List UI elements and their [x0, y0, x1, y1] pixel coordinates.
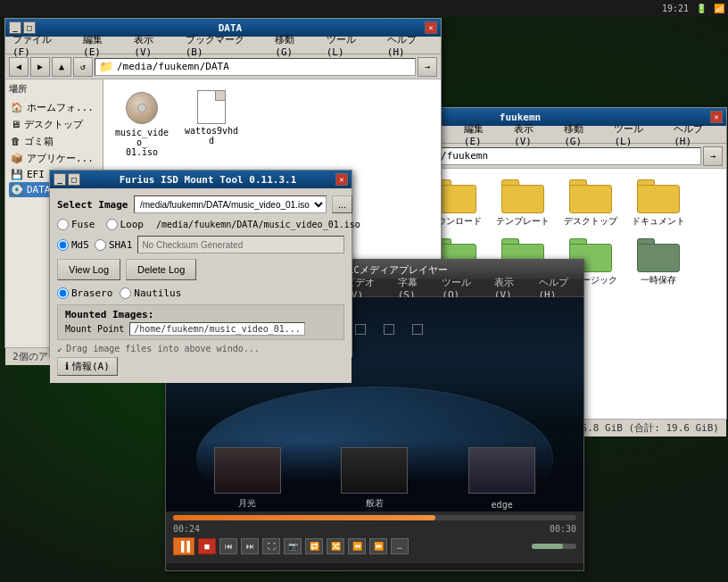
sha1-radio[interactable]: SHA1 — [95, 239, 133, 251]
refresh-button[interactable]: ↺ — [73, 57, 93, 77]
file-item-iso[interactable]: music_video_01.iso — [111, 87, 173, 161]
info-button[interactable]: ℹ 情報(A) — [57, 357, 118, 376]
fuse-radio[interactable]: Fuse — [57, 219, 95, 230]
vlc-controls: 00:24 00:30 ▐▐ ■ ⏮ ⏭ ⛶ 📷 🔁 🔀 ⏪ ⏩ … — [166, 511, 583, 563]
file-documents[interactable]: ドキュメント — [626, 176, 691, 231]
menu-move[interactable]: 移動(G) — [271, 31, 315, 60]
image-select[interactable]: /media/fuukemn/DATA/music_video_01.iso — [134, 195, 327, 213]
folder-temp-icon — [637, 238, 680, 272]
sidebar-item-desktop[interactable]: 🖥デスクトップ — [9, 116, 99, 133]
vlc-thumb-2 — [341, 447, 408, 494]
vlc-stop-button[interactable]: ■ — [198, 538, 216, 554]
md5-radio[interactable]: Md5 — [57, 239, 89, 251]
menu-help[interactable]: ヘルプ(H) — [384, 31, 437, 60]
mount-titlebar[interactable]: _ □ Furius ISD Mount Tool 0.11.3.1 ✕ — [50, 170, 352, 188]
mount-path-display: /media/fuukemn/DATA/music_video_01.iso — [156, 220, 360, 229]
vlc-snapshot-button[interactable]: 📷 — [284, 538, 302, 554]
f-menu-move[interactable]: 移動(G) — [560, 121, 603, 149]
file-name-iso: music_video_01.iso — [114, 128, 170, 157]
loop-radio-input[interactable] — [106, 219, 118, 230]
vlc-thumb-label-1: 月光 — [238, 497, 256, 510]
drag-text: Drag image files into above windo... — [66, 344, 260, 353]
fuse-loop-group: Fuse Loop — [57, 219, 144, 230]
menu-tools[interactable]: ツール(L) — [323, 31, 376, 60]
folder-icon-sm: 📁 — [99, 60, 113, 73]
brasero-radio-input[interactable] — [57, 287, 69, 299]
vlc-skip-fwd-button[interactable]: ⏩ — [369, 538, 387, 554]
topbar-time: 19:21 — [662, 4, 689, 13]
fuse-loop-row: Fuse Loop /media/fuukemn/DATA/music_vide… — [57, 219, 344, 230]
sha1-radio-input[interactable] — [95, 239, 106, 251]
mount-minimize-button[interactable]: _ — [54, 173, 66, 186]
vlc-thumb-group-2: 般若 — [341, 447, 408, 494]
nautilus-radio[interactable]: Nautilus — [120, 287, 181, 299]
md5-radio-input[interactable] — [57, 239, 69, 251]
menu-file[interactable]: ファイル(F) — [9, 31, 72, 60]
data-toolbar: ◀ ▶ ▲ ↺ 📁 /media/fuukemn/DATA → — [5, 54, 441, 79]
drive-icon: 💾 — [11, 169, 23, 180]
forward-button[interactable]: ▶ — [30, 57, 50, 77]
checksum-input[interactable] — [137, 236, 344, 254]
vlc-skip-back-button[interactable]: ⏪ — [348, 538, 366, 554]
f-menu-tools[interactable]: ツール(L) — [610, 121, 663, 149]
vlc-prev-button[interactable]: ⏮ — [219, 538, 237, 554]
drag-hint: ↙ Drag image files into above windo... — [57, 344, 344, 353]
nautilus-radio-input[interactable] — [120, 287, 131, 299]
fuse-radio-input[interactable] — [57, 219, 69, 230]
file-temp-save[interactable]: 一時保存 — [626, 235, 691, 290]
vlc-volume-fill — [532, 544, 563, 549]
info-icon: ℹ — [65, 361, 69, 372]
brasero-radio[interactable]: Brasero — [57, 287, 112, 299]
vlc-time-current: 00:24 — [173, 524, 200, 534]
file-name-template: テンプレート — [496, 215, 550, 228]
vlc-loop-button[interactable]: 🔁 — [305, 538, 323, 554]
file-name-docs: ドキュメント — [632, 215, 685, 228]
menu-edit[interactable]: 編集(E) — [79, 31, 123, 60]
address-bar[interactable]: 📁 /media/fuukemn/DATA — [95, 58, 416, 76]
file-name-temp: 一時保存 — [641, 274, 676, 287]
mount-close-button[interactable]: ✕ — [335, 173, 348, 186]
address-text[interactable]: /media/fuukemn/DATA — [117, 61, 411, 72]
sidebar-item-trash[interactable]: 🗑ゴミ箱 — [9, 133, 99, 150]
vlc-thumb-1 — [214, 447, 281, 494]
back-button[interactable]: ◀ — [9, 57, 29, 77]
vlc-volume-slider[interactable] — [532, 544, 576, 549]
up-button[interactable]: ▲ — [52, 57, 71, 77]
vlc-play-pause-button[interactable]: ▐▐ — [173, 537, 194, 555]
address-go-button[interactable]: → — [418, 57, 437, 77]
vlc-fullscreen-button[interactable]: ⛶ — [262, 538, 280, 554]
f-address-go-button[interactable]: → — [703, 146, 723, 166]
mount-window-controls[interactable]: _ □ — [54, 173, 80, 186]
vlc-square-2 — [355, 324, 366, 335]
folder-template-icon — [501, 179, 544, 213]
sidebar-item-home[interactable]: 🏠ホームフォ... — [9, 99, 99, 116]
menu-view[interactable]: 表示(V) — [130, 31, 174, 60]
vlc-progress-bar[interactable] — [173, 515, 576, 520]
trash-icon: 🗑 — [11, 136, 21, 147]
vlc-extra-button[interactable]: … — [391, 538, 409, 554]
menu-bookmark[interactable]: ブックマーク(B) — [182, 31, 265, 60]
view-log-button[interactable]: View Log — [57, 259, 120, 280]
data-drive-icon: 💽 — [11, 184, 23, 195]
file-item-doc[interactable]: wattos9vhdd — [180, 87, 243, 161]
file-desktop[interactable]: デスクトップ — [558, 176, 623, 231]
apps-icon: 📦 — [11, 153, 23, 164]
file-template[interactable]: テンプレート — [491, 176, 555, 231]
f-address-text[interactable]: /home/fuukemn — [411, 150, 697, 162]
sidebar-item-apps[interactable]: 📦アプリケー... — [9, 150, 99, 167]
loop-radio[interactable]: Loop — [106, 219, 145, 230]
delete-log-button[interactable]: Delete Log — [126, 259, 196, 280]
file-name-doc: wattos9vhdd — [184, 126, 239, 146]
f-menu-bookmark[interactable]: 表示(V) — [510, 121, 553, 149]
vlc-random-button[interactable]: 🔀 — [327, 538, 344, 554]
f-menu-help[interactable]: ヘルプ(H) — [670, 121, 723, 149]
vlc-next-button[interactable]: ⏭ — [241, 538, 259, 554]
f-menu-view[interactable]: 編集(E) — [460, 121, 503, 149]
vlc-thumb-label-2: 般若 — [366, 497, 384, 510]
mount-close-controls[interactable]: ✕ — [335, 173, 348, 186]
checksum-row: Md5 SHA1 — [57, 236, 344, 254]
nautilus-label: Nautilus — [134, 287, 181, 299]
loop-label: Loop — [120, 219, 145, 230]
browse-button[interactable]: ... — [332, 195, 352, 213]
mount-maximize-button[interactable]: □ — [68, 173, 80, 186]
